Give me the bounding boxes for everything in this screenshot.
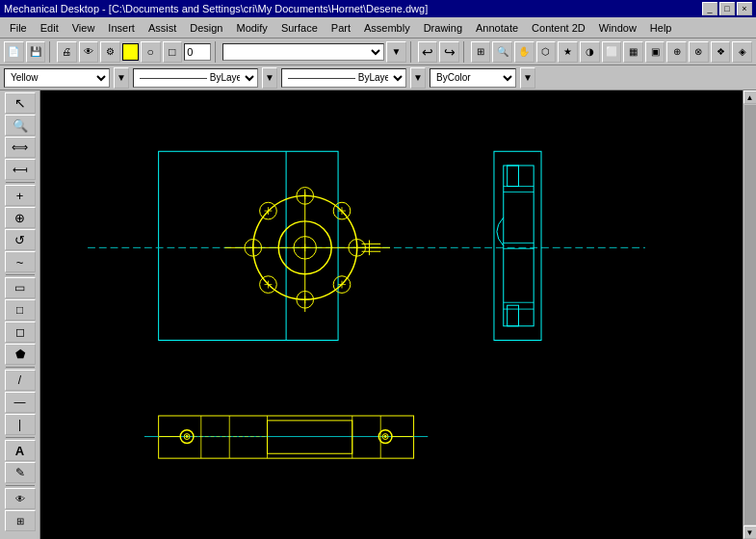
- wire-button[interactable]: ⬜: [602, 41, 622, 63]
- drawing-svg: [40, 90, 743, 539]
- scroll-down-button[interactable]: ▼: [743, 526, 757, 539]
- minimize-button[interactable]: _: [702, 2, 717, 15]
- scroll-up-button[interactable]: ▲: [743, 90, 757, 104]
- linetype1-combo[interactable]: ——————— ByLayer: [133, 68, 258, 88]
- poly-tool[interactable]: ◻: [5, 321, 36, 343]
- left-toolbar: ↖ 🔍 ⟺ ⟻ + ⊕ ↺ ~ ▭ □ ◻ ⬟ / — | A ✎ 👁 ⊞: [0, 90, 40, 539]
- combo-dropdown[interactable]: ▼: [386, 41, 406, 63]
- svg-rect-0: [40, 94, 743, 534]
- menu-insert[interactable]: Insert: [102, 20, 141, 36]
- separator-2: [215, 41, 219, 63]
- main-toolbar: 📄 💾 🖨 👁 ⚙ ○ □ ▼ ↩ ↪ ⊞ 🔍 ✋ ⬡ ★ ◑ ⬜ ▦ ▣ ⊕ …: [0, 38, 756, 65]
- menu-assembly[interactable]: Assembly: [358, 20, 416, 36]
- properties-toolbar: Yellow ▼ ——————— ByLayer ▼ ——————— ByLay…: [0, 65, 756, 90]
- layer-color-dropdown[interactable]: ▼: [114, 67, 129, 89]
- zoom-in[interactable]: 🔍: [492, 41, 512, 63]
- separator-1: [49, 41, 53, 63]
- rotate-tool[interactable]: ↺: [5, 229, 36, 250]
- color-button[interactable]: [122, 43, 139, 61]
- rect-tool[interactable]: ▭: [5, 277, 36, 298]
- zoom-tool[interactable]: 🔍: [5, 115, 36, 136]
- extra-4[interactable]: ◈: [732, 41, 752, 63]
- undo-button[interactable]: ↩: [418, 41, 438, 63]
- spline-tool[interactable]: ~: [5, 251, 36, 272]
- extra-3[interactable]: ❖: [711, 41, 731, 63]
- scroll-track[interactable]: [744, 105, 756, 525]
- svg-point-59: [186, 435, 189, 438]
- app-title: Mechanical Desktop - [C:\Documents and S…: [4, 3, 428, 14]
- menu-drawing[interactable]: Drawing: [418, 20, 468, 36]
- linetype2-combo[interactable]: ——————— ByLayer: [281, 68, 406, 88]
- svg-point-62: [384, 435, 387, 438]
- menu-bar: File Edit View Insert Assist Design Modi…: [0, 17, 756, 38]
- layer-input[interactable]: [184, 43, 211, 61]
- snap-tool[interactable]: +: [5, 185, 36, 206]
- square-tool[interactable]: □: [5, 299, 36, 321]
- render-button[interactable]: ★: [558, 41, 578, 63]
- circle-button[interactable]: ○: [141, 41, 161, 63]
- vert-line-tool[interactable]: |: [5, 414, 36, 435]
- maximize-button[interactable]: □: [719, 2, 735, 15]
- lt-sep-3: [6, 367, 35, 368]
- lt-sep-2: [6, 274, 35, 275]
- pan-button[interactable]: ✋: [514, 41, 534, 63]
- separator-3: [410, 41, 414, 63]
- title-bar-controls: _ □ ×: [702, 2, 752, 15]
- edit-tool[interactable]: ✎: [5, 462, 36, 483]
- menu-assist[interactable]: Assist: [143, 20, 182, 36]
- extra-1[interactable]: ⊕: [666, 41, 687, 63]
- select-tool[interactable]: ↖: [5, 92, 36, 114]
- linetype2-dropdown[interactable]: ▼: [410, 67, 426, 89]
- separator-4: [463, 41, 467, 63]
- shade-button[interactable]: ◑: [580, 41, 600, 63]
- menu-content2d[interactable]: Content 2D: [526, 20, 591, 36]
- menu-modify[interactable]: Modify: [230, 20, 273, 36]
- extra-2[interactable]: ⊗: [689, 41, 709, 63]
- new-button[interactable]: 📄: [4, 41, 24, 63]
- menu-help[interactable]: Help: [644, 20, 678, 36]
- color-combo[interactable]: ByColor: [430, 68, 516, 88]
- preview-button[interactable]: 👁: [79, 41, 99, 63]
- menu-part[interactable]: Part: [326, 20, 356, 36]
- linetype1-dropdown[interactable]: ▼: [262, 67, 277, 89]
- nav-tool[interactable]: ⊞: [5, 510, 36, 531]
- section-button[interactable]: ▣: [645, 41, 665, 63]
- hatch-tool[interactable]: ⬟: [5, 344, 36, 365]
- main-area: ↖ 🔍 ⟺ ⟻ + ⊕ ↺ ~ ▭ □ ◻ ⬟ / — | A ✎ 👁 ⊞: [0, 90, 756, 539]
- command-combo[interactable]: [222, 43, 384, 61]
- rect-button[interactable]: □: [163, 41, 183, 63]
- menu-edit[interactable]: Edit: [35, 20, 65, 36]
- circle-tool[interactable]: ⊕: [5, 207, 36, 228]
- title-bar: Mechanical Desktop - [C:\Documents and S…: [0, 0, 756, 17]
- lt-sep-5: [6, 485, 35, 486]
- menu-file[interactable]: File: [4, 20, 33, 36]
- line-tool[interactable]: /: [5, 370, 36, 391]
- lt-sep-1: [6, 182, 35, 183]
- horiz-line-tool[interactable]: —: [5, 392, 36, 413]
- properties-button[interactable]: ⚙: [100, 41, 120, 63]
- layer-color-combo[interactable]: Yellow: [4, 68, 110, 88]
- lt-sep-4: [6, 437, 35, 438]
- text-tool[interactable]: A: [5, 440, 36, 461]
- redo-button[interactable]: ↪: [439, 41, 459, 63]
- right-scrollbar: ▲ ▼: [743, 90, 756, 539]
- pan-tool[interactable]: ⟺: [5, 137, 36, 158]
- hidden-button[interactable]: ▦: [623, 41, 643, 63]
- zoom-extents[interactable]: ⊞: [471, 41, 491, 63]
- menu-surface[interactable]: Surface: [275, 20, 324, 36]
- viewpoint-tool[interactable]: ⟻: [5, 159, 36, 180]
- print-button[interactable]: 🖨: [57, 41, 77, 63]
- close-button[interactable]: ×: [737, 2, 752, 15]
- menu-window[interactable]: Window: [593, 20, 642, 36]
- view-tool[interactable]: 👁: [5, 488, 36, 509]
- save-button[interactable]: 💾: [26, 41, 46, 63]
- menu-view[interactable]: View: [66, 20, 101, 36]
- 3dview-button[interactable]: ⬡: [536, 41, 557, 63]
- menu-annotate[interactable]: Annotate: [470, 20, 524, 36]
- menu-design[interactable]: Design: [184, 20, 228, 36]
- canvas-area[interactable]: [40, 90, 743, 539]
- color-dropdown[interactable]: ▼: [520, 67, 535, 89]
